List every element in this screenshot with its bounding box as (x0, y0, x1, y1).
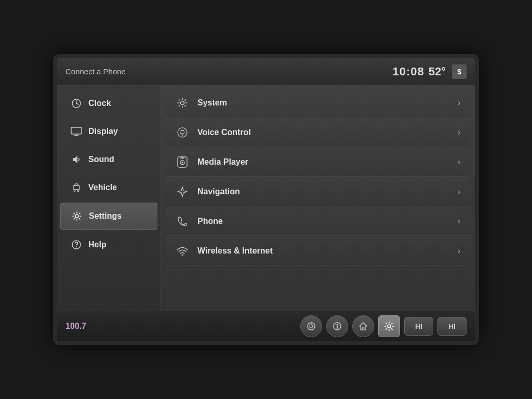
menu-item-wireless-internet[interactable]: Wireless & Internet › (165, 237, 471, 265)
main-content: Clock Display (57, 85, 475, 311)
settings-icon (71, 210, 83, 222)
sidebar-item-help[interactable]: Help (60, 232, 157, 258)
navigation-chevron: › (458, 187, 460, 196)
system-chevron: › (458, 98, 460, 108)
sound-icon (71, 154, 82, 165)
system-gear-icon (176, 96, 189, 110)
sidebar-item-vehicle[interactable]: Vehicle (60, 175, 157, 201)
help-icon (71, 239, 82, 250)
svg-rect-20 (180, 158, 184, 159)
header-bar: Connect a Phone 10:08 52° $ (57, 58, 475, 85)
sidebar-item-display[interactable]: Display (60, 118, 157, 144)
menu-item-voice-control-label: Voice Control (197, 128, 449, 137)
svg-marker-6 (73, 156, 77, 163)
vehicle-icon (71, 182, 82, 193)
info-button[interactable] (326, 315, 348, 337)
hi-label-2: HI (448, 322, 456, 330)
svg-point-14 (178, 128, 187, 137)
wireless-chevron: › (458, 246, 460, 256)
svg-point-18 (182, 162, 183, 164)
sidebar-item-sound[interactable]: Sound (60, 147, 157, 172)
menu-item-phone-label: Phone (197, 217, 449, 226)
hi-button-1[interactable]: HI (404, 317, 433, 336)
svg-point-23 (310, 325, 313, 328)
sidebar-item-help-label: Help (88, 240, 107, 249)
media-player-chevron: › (458, 157, 460, 167)
sidebar: Clock Display (57, 85, 161, 311)
right-panel: System › Voice Control › (161, 85, 475, 311)
svg-point-21 (182, 255, 183, 256)
sidebar-item-sound-label: Sound (88, 155, 114, 164)
svg-point-28 (388, 325, 391, 328)
hi-label-1: HI (415, 322, 422, 330)
svg-point-8 (74, 190, 75, 192)
sidebar-item-vehicle-label: Vehicle (88, 183, 117, 192)
bottom-bar: 100.7 (57, 311, 475, 341)
menu-item-wireless-internet-label: Wireless & Internet (197, 246, 449, 256)
header-icon[interactable]: $ (452, 64, 467, 79)
bottom-gear-button[interactable] (378, 315, 400, 337)
svg-rect-7 (73, 185, 79, 190)
navigation-icon (176, 185, 189, 198)
infotainment-screen: Connect a Phone 10:08 52° $ Clock (53, 54, 479, 345)
sidebar-item-settings[interactable]: Settings (60, 203, 157, 230)
header-temp: 52° (429, 65, 446, 78)
menu-item-media-player-label: Media Player (197, 157, 449, 167)
voice-control-chevron: › (458, 128, 460, 137)
svg-point-13 (181, 101, 184, 105)
menu-item-system[interactable]: System › (165, 89, 471, 117)
sidebar-item-settings-label: Settings (89, 211, 122, 221)
sidebar-item-clock[interactable]: Clock (60, 90, 157, 116)
sidebar-item-clock-label: Clock (88, 99, 111, 108)
home-button[interactable] (352, 315, 374, 337)
svg-point-27 (337, 324, 338, 325)
radio-frequency: 100.7 (65, 322, 86, 331)
display-icon (71, 126, 82, 137)
svg-rect-3 (71, 127, 82, 134)
phone-icon (176, 215, 189, 228)
menu-item-voice-control[interactable]: Voice Control › (165, 118, 471, 147)
menu-item-phone[interactable]: Phone › (165, 207, 471, 236)
menu-item-media-player[interactable]: Media Player › (165, 148, 471, 177)
svg-point-12 (76, 246, 77, 247)
radio-button[interactable] (300, 315, 322, 337)
clock-icon (71, 98, 82, 109)
svg-line-2 (76, 103, 78, 104)
media-player-icon (176, 155, 189, 169)
hi-button-2[interactable]: HI (437, 317, 467, 336)
svg-point-10 (75, 215, 78, 218)
header-title: Connect a Phone (65, 67, 392, 76)
phone-chevron: › (458, 217, 460, 226)
menu-item-system-label: System (197, 98, 449, 108)
wifi-icon (176, 244, 189, 258)
svg-point-9 (77, 190, 79, 192)
header-time: 10:08 (392, 65, 424, 78)
voice-control-icon (176, 126, 189, 139)
menu-item-navigation[interactable]: Navigation › (165, 178, 471, 206)
sidebar-item-display-label: Display (88, 127, 118, 136)
menu-item-navigation-label: Navigation (197, 187, 449, 196)
